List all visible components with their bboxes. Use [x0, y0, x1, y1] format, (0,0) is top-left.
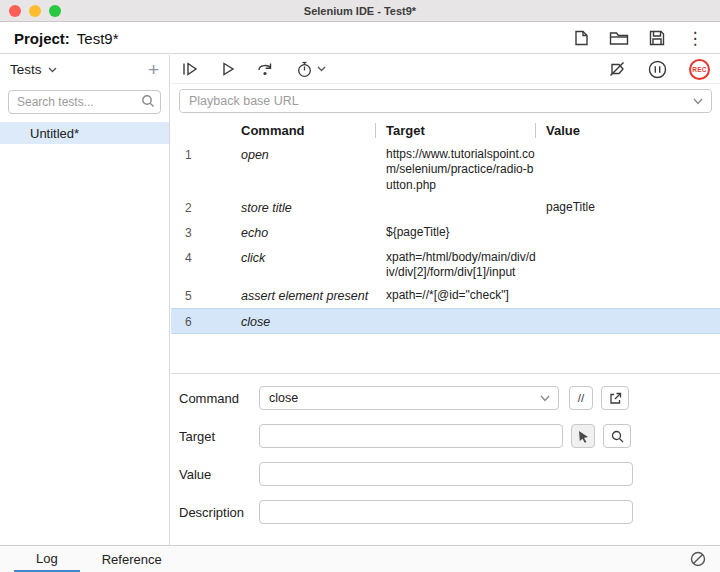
test-item-label: Untitled* [30, 126, 79, 141]
row-command: open [241, 147, 386, 164]
row-command: assert element present [241, 288, 386, 305]
speed-chevron-down-icon [317, 66, 326, 72]
column-header-target: Target [386, 123, 546, 138]
value-field-label: Value [179, 467, 259, 482]
row-command: echo [241, 225, 386, 242]
pause-on-exceptions-icon[interactable] [648, 60, 667, 79]
search-tests-input[interactable] [8, 90, 161, 114]
row-number: 6 [171, 314, 241, 329]
run-all-tests-icon[interactable] [181, 61, 199, 77]
row-command: close [241, 314, 386, 331]
command-select[interactable]: close [259, 386, 559, 410]
minimize-window-button[interactable] [29, 5, 41, 17]
record-button[interactable]: REC [689, 59, 710, 80]
find-target-icon[interactable] [603, 424, 631, 448]
value-input[interactable] [259, 462, 633, 486]
command-row[interactable]: 5 assert element present xpath=//*[@id="… [171, 283, 720, 308]
command-row[interactable]: 1 open https://www.tutorialspoint.com/se… [171, 142, 720, 195]
playback-url-strip [171, 84, 720, 118]
row-number: 5 [171, 288, 241, 303]
open-project-icon[interactable] [608, 27, 630, 49]
column-header-command: Command [241, 123, 386, 138]
tab-reference[interactable]: Reference [80, 546, 184, 572]
playback-toolbar: REC [171, 55, 720, 84]
playback-base-url-combobox[interactable] [179, 89, 712, 113]
project-label: Project: [14, 30, 70, 47]
search-icon [141, 94, 155, 108]
test-editor-panel: Command Target Value 1 open https://www.… [171, 84, 720, 545]
command-row[interactable]: 3 echo ${pageTitle} [171, 220, 720, 245]
row-target: xpath=//*[@id="check"] [386, 288, 546, 303]
row-number: 4 [171, 250, 241, 265]
test-speed-icon[interactable] [297, 61, 326, 78]
test-list-item[interactable]: Untitled* [0, 122, 169, 144]
tab-log[interactable]: Log [14, 546, 80, 572]
command-row[interactable]: 2 store title pageTitle [171, 195, 720, 220]
tests-chevron-down-icon[interactable] [48, 67, 57, 73]
row-command: click [241, 250, 386, 267]
row-number: 1 [171, 147, 241, 162]
playback-base-url-input[interactable] [180, 90, 711, 112]
step-over-icon[interactable] [257, 61, 275, 77]
test-list: Untitled* [0, 122, 169, 144]
close-window-button[interactable] [9, 5, 21, 17]
row-target: https://www.tutorialspoint.com/selenium/… [386, 147, 546, 193]
command-select-value: close [269, 391, 298, 405]
column-header-value: Value [546, 123, 720, 138]
command-detail-form: Command close // Target [171, 373, 720, 545]
project-actions: ⋮ [570, 27, 706, 49]
add-test-button[interactable]: + [148, 60, 159, 79]
zoom-window-button[interactable] [49, 5, 61, 17]
commands-table: 1 open https://www.tutorialspoint.com/se… [171, 142, 720, 373]
disable-breakpoints-icon[interactable] [608, 61, 626, 77]
project-bar: Project: Test9* ⋮ [0, 23, 720, 54]
selenium-ide-window: Selenium IDE - Test9* Project: Test9* [0, 0, 720, 572]
select-target-icon[interactable] [571, 424, 595, 448]
tests-sidebar: Untitled* [0, 84, 170, 545]
command-row[interactable]: 4 click xpath=/html/body/main/div/div/di… [171, 245, 720, 283]
traffic-lights [9, 5, 61, 17]
window-title: Selenium IDE - Test9* [304, 5, 416, 17]
project-name: Test9* [77, 30, 119, 47]
new-project-icon[interactable] [570, 27, 592, 49]
description-input[interactable] [259, 500, 633, 524]
run-current-test-icon[interactable] [221, 61, 235, 77]
row-command: store title [241, 200, 386, 217]
toggle-comment-button[interactable]: // [569, 386, 593, 410]
tests-dropdown-label[interactable]: Tests [10, 62, 42, 77]
command-field-label: Command [179, 391, 259, 406]
url-chevron-down-icon[interactable] [693, 98, 703, 105]
commands-table-header: Command Target Value [171, 118, 720, 142]
titlebar: Selenium IDE - Test9* [0, 0, 720, 22]
clear-log-icon[interactable] [690, 551, 706, 567]
row-target: xpath=/html/body/main/div/div/div[2]/for… [386, 250, 546, 281]
row-number: 2 [171, 200, 241, 215]
command-chevron-down-icon [540, 395, 550, 402]
kebab-menu-icon[interactable]: ⋮ [684, 27, 706, 49]
row-target: ${pageTitle} [386, 225, 546, 240]
row-number: 3 [171, 225, 241, 240]
sidebar-header: Tests + [0, 55, 170, 84]
bottom-bar: Log Reference [0, 545, 720, 572]
search-tests-wrap [8, 90, 161, 114]
open-command-reference-icon[interactable] [601, 386, 629, 410]
save-project-icon[interactable] [646, 27, 668, 49]
description-field-label: Description [179, 505, 259, 520]
target-field-label: Target [179, 429, 259, 444]
command-row-selected[interactable]: 6 close [171, 308, 720, 334]
target-input[interactable] [259, 424, 563, 448]
row-value: pageTitle [546, 200, 720, 214]
